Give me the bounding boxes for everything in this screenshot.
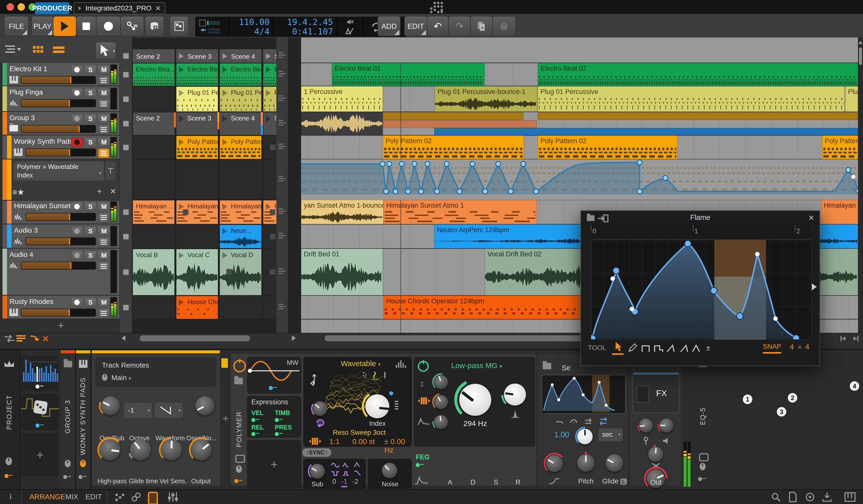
follow-playback-icon[interactable] [29,335,39,343]
volume-fader[interactable] [25,237,96,245]
flame-square-tool-icon[interactable] [641,342,652,353]
polymer-knob-icon[interactable] [236,465,242,473]
automation-lane-editor[interactable] [301,160,858,200]
flame-cursor-tool-icon[interactable] [612,341,624,355]
launcher-clip[interactable]: Poly Patter... [176,136,218,159]
scene-alt-launch-icon[interactable] [278,232,286,240]
filter-keytrack-knob[interactable] [434,395,448,409]
sub-knob[interactable] [310,464,325,479]
project-device-strip[interactable]: PROJECT [0,350,20,490]
launcher-clip[interactable]: Neutr... [220,225,261,248]
launcher-scroll-left-icon[interactable] [122,335,125,341]
launcher-clip[interactable]: Plug 01 Per... [220,87,261,111]
engine-cell[interactable] [196,17,229,37]
clip-himalayan-main[interactable]: Himalayan Sunset Atmo 1 [384,200,537,224]
play-button[interactable] [53,16,76,36]
add-device-plus[interactable]: + [222,412,229,425]
launcher-clip[interactable]: Electro Bea... [220,63,261,86]
volume-fader[interactable] [25,213,96,221]
volume-fader[interactable] [21,262,96,269]
duplicate-button[interactable]: + [471,16,492,36]
flame-pencil-tool-icon[interactable] [627,342,638,353]
empty-clip-slot[interactable] [176,160,218,200]
scene-alt-launch-icon[interactable] [278,175,286,182]
track-io-panel-icon[interactable] [16,335,26,343]
flame-grid-a[interactable]: 4 [790,343,794,351]
mw-modulator-tile[interactable]: MW [247,357,301,394]
arrange-view-tab[interactable]: ARRANGE [29,493,65,501]
empty-clip-slot[interactable] [133,295,175,319]
minimize-window-button[interactable] [17,3,25,11]
filter-env-amount-knob[interactable] [434,375,448,389]
clip-himalayan-bounce[interactable]: yan Sunset Atmo 1-bounce-1 [301,200,384,224]
remote-knob[interactable] [130,439,151,460]
noise-knob[interactable] [382,463,397,478]
vertical-scrollbar[interactable] [858,37,863,333]
punch-metronome-cell[interactable] [337,17,364,37]
automation-param-selector[interactable]: Polymer » WavetableIndex▾ [14,161,104,180]
scene-alt-launch-icon[interactable] [278,207,286,215]
stop-button[interactable] [76,16,96,36]
solo-button[interactable]: S [85,226,97,236]
mute-button[interactable]: M [98,114,110,124]
redo-button[interactable]: ↷ [449,16,471,36]
track-menu-button[interactable] [98,213,110,223]
launcher-clip[interactable]: House Cho... [176,296,218,319]
flame-plusminus-icon[interactable]: ± [706,343,710,352]
fx-key-knob[interactable] [639,418,653,432]
clip-stop-button[interactable] [123,72,129,77]
launcher-scrollbar-thumb[interactable] [140,335,250,341]
wonky-knob-icon[interactable] [80,460,86,467]
clip-stop-button[interactable] [123,210,129,215]
sub-octave-minus2[interactable]: -2 [352,478,358,486]
mute-button[interactable]: M [98,298,110,307]
mute-button[interactable]: M [98,88,110,98]
launcher-clip[interactable]: Himalayan ... [176,200,218,224]
scene-header[interactable]: Scene 2 [133,49,175,63]
flame-ruler[interactable]: 0 1 2 [591,225,811,239]
polymer-display-icon[interactable] [235,455,245,463]
wt-semitones[interactable]: 0.00 st [352,437,375,446]
save-clip-button[interactable]: + [145,16,164,36]
launcher-clip[interactable]: Vocal C [176,249,218,295]
polymer-power-button[interactable] [233,360,246,372]
record-arm-button[interactable] [71,251,83,260]
track-header[interactable]: Wonky Synth PadsSM [2,136,120,160]
segments-rate-value[interactable]: 1.00 [554,430,569,439]
edit-menu-button[interactable]: EDIT [404,16,427,36]
record-arm-button[interactable] [71,202,83,211]
record-arm-button[interactable] [71,114,83,124]
track-menu-button[interactable] [98,262,110,271]
automation-close-icon[interactable]: ✕ [110,187,116,196]
eq5-io-icon[interactable] [698,477,708,481]
clip-percussive-main[interactable]: Plug 01 Percussive [538,86,845,112]
wonky-device-strip[interactable]: WONKY SYNTH PADS [76,350,91,490]
position-cell[interactable]: 19.4.2.45 0:41.107 [274,17,337,37]
cursor-tool-button[interactable]: ▾ [96,42,116,59]
solo-button[interactable]: S [85,298,97,307]
track-header[interactable]: Audio 4SM [2,249,120,295]
launcher-scroll-right-icon[interactable] [292,335,296,341]
resonance-knob[interactable] [504,383,526,405]
track-menu-button[interactable] [98,99,110,109]
project-device-thumbnail-1[interactable] [21,356,59,391]
launcher-clip[interactable]: Plug 01 Per... [176,87,218,111]
launcher-clip[interactable]: Vocal D [220,249,261,295]
mute-button[interactable]: M [98,251,110,260]
file-browser-icon[interactable] [789,492,797,502]
cutoff-value[interactable]: 294 Hz [459,419,491,428]
volume-fader[interactable] [21,125,96,133]
undo-button[interactable]: ↶ [427,16,449,36]
clip-stop-button[interactable] [123,121,129,126]
eq5-display-icon[interactable] [699,453,709,461]
group3-device-strip[interactable]: GROUP 3 [61,350,76,490]
device-panel-toggle[interactable] [148,492,158,504]
remote-knob[interactable] [101,396,120,415]
filter-env2-knob[interactable] [434,415,448,429]
plugin-browser-icon[interactable] [805,492,815,502]
eq-band-handle[interactable]: 3 [777,407,786,417]
clip-poly-pattern[interactable]: Poly Pattern 02 [383,136,524,159]
add-track-button-row[interactable]: + [2,319,120,332]
sync-badge[interactable]: ↑SYNC↑ [302,448,331,457]
feg-io-icon[interactable] [416,463,426,467]
